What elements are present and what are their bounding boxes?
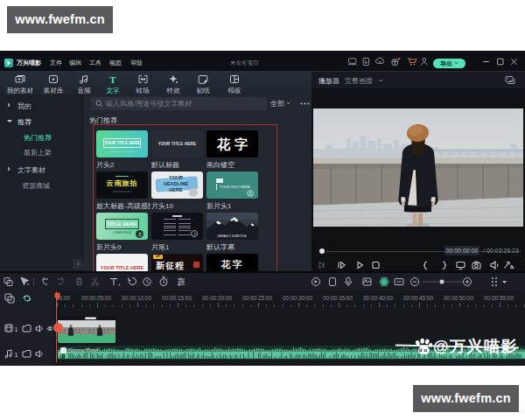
svg-text:1: 1 [15, 352, 18, 358]
svg-text:1: 1 [15, 326, 18, 332]
svg-text:du: du [419, 347, 429, 353]
